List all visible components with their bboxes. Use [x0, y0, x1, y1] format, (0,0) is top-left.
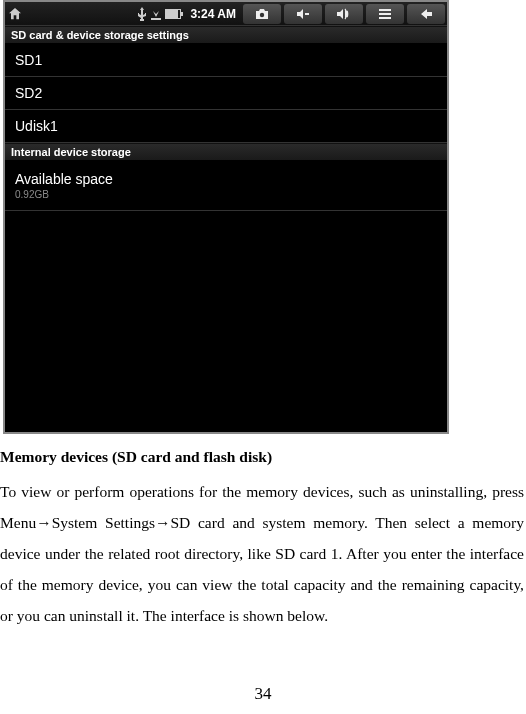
- back-button[interactable]: [407, 4, 445, 24]
- download-icon: [150, 8, 162, 20]
- menu-button[interactable]: [366, 4, 404, 24]
- home-icon[interactable]: [7, 6, 23, 22]
- svg-rect-1: [305, 13, 309, 15]
- status-time: 3:24 AM: [190, 7, 236, 21]
- storage-item-label: Udisk1: [15, 118, 58, 134]
- page-number: 34: [0, 684, 526, 704]
- android-screenshot: 3:24 AM SD card & device storage setting…: [3, 0, 449, 434]
- battery-icon: [165, 9, 181, 19]
- svg-point-0: [260, 12, 264, 16]
- available-space-value: 0.92GB: [15, 189, 437, 200]
- svg-rect-3: [379, 13, 391, 15]
- storage-item-label: SD2: [15, 85, 42, 101]
- svg-rect-4: [379, 17, 391, 19]
- document-text: Memory devices (SD card and flash disk) …: [0, 434, 526, 631]
- status-bar: 3:24 AM: [5, 2, 447, 26]
- doc-section-title: Memory devices (SD card and flash disk): [0, 448, 524, 466]
- storage-item-label: SD1: [15, 52, 42, 68]
- available-space-label: Available space: [15, 171, 113, 187]
- storage-item-udisk1[interactable]: Udisk1: [5, 110, 447, 143]
- volume-down-button[interactable]: [284, 4, 322, 24]
- section-header-internal: Internal device storage: [5, 143, 447, 161]
- storage-item-sd1[interactable]: SD1: [5, 44, 447, 77]
- settings-empty-area: [5, 211, 447, 432]
- storage-item-sd2[interactable]: SD2: [5, 77, 447, 110]
- available-space-item[interactable]: Available space 0.92GB: [5, 161, 447, 211]
- doc-paragraph: To view or perform operations for the me…: [0, 476, 524, 631]
- volume-up-button[interactable]: [325, 4, 363, 24]
- section-header-storage: SD card & device storage settings: [5, 26, 447, 44]
- camera-button[interactable]: [243, 4, 281, 24]
- svg-rect-2: [379, 9, 391, 11]
- usb-icon: [137, 7, 147, 21]
